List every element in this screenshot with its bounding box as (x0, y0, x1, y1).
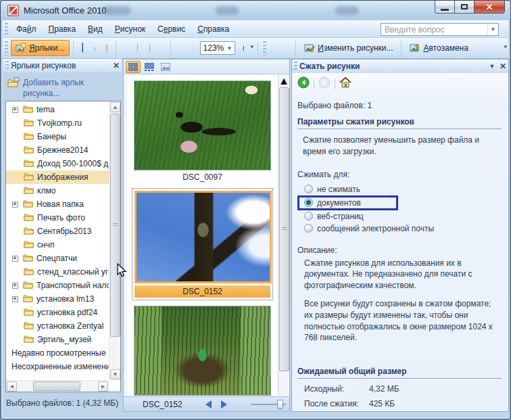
tree-item-label: Печать фото (37, 213, 85, 223)
tree-item[interactable]: стенд_классный уг (6, 265, 109, 279)
tree-item[interactable]: Tvojkomp.ru (6, 116, 109, 130)
rotate-left-button[interactable] (269, 43, 280, 53)
menu-picture[interactable]: Рисунок (109, 22, 151, 37)
tree-item[interactable]: Сентябрь2013 (6, 225, 109, 238)
gallery-vertical-scrollbar[interactable]: ▲ ▼ (278, 75, 289, 396)
tree-item[interactable]: Доход 500-1000$ д (6, 157, 109, 170)
thumbnail-dsc_0097[interactable]: DSC_0097 (132, 80, 273, 183)
chevron-down-icon[interactable]: ▼ (487, 24, 498, 35)
tree-item[interactable]: Эртиль_музей (6, 333, 109, 346)
radio-option-row[interactable]: сообщений электронной почты (297, 223, 502, 235)
tree-item[interactable]: Новая папка (6, 197, 109, 211)
menu-service[interactable]: Сервис (151, 22, 191, 37)
close-icon[interactable]: ✕ (497, 62, 508, 71)
print-button[interactable] (89, 43, 100, 53)
thumbnail-dsc_0160[interactable]: DSC_0160 (132, 306, 273, 396)
chevron-down-icon[interactable]: ▼ (487, 63, 497, 70)
scrollbar-thumb[interactable] (33, 381, 80, 391)
single-view-button[interactable] (158, 61, 173, 73)
cut-button[interactable] (120, 43, 130, 53)
expand-icon[interactable] (12, 296, 18, 302)
app-icon (7, 5, 19, 16)
zoom-slider[interactable] (251, 400, 286, 409)
scroll-up-icon[interactable]: ▲ (278, 75, 289, 87)
pane-selection-status: Выбрано файлов: 1 (297, 101, 502, 110)
scroll-right-icon[interactable]: ► (98, 381, 108, 392)
scroll-up-icon[interactable]: ▲ (110, 102, 120, 112)
tree-item[interactable]: Недавно просмотренные (6, 346, 109, 360)
radio-icon[interactable] (304, 185, 313, 193)
tree-item[interactable]: Печать фото (6, 211, 109, 225)
radio-option-row[interactable]: документов (297, 195, 398, 210)
help-button[interactable]: ? (238, 43, 249, 53)
tree-item[interactable]: клмо (6, 184, 109, 197)
tree-item[interactable]: Банеры (6, 130, 109, 143)
menu-file[interactable]: Файл (10, 22, 43, 37)
expand-icon[interactable] (12, 107, 18, 113)
expand-icon[interactable] (12, 283, 18, 289)
close-button[interactable]: ✕ (474, 1, 505, 14)
radio-option-row[interactable]: веб-страниц (297, 210, 502, 223)
tree-item[interactable]: tema (6, 103, 109, 116)
close-icon[interactable]: ✕ (111, 61, 122, 70)
mouse-cursor (117, 263, 129, 281)
redo-button[interactable] (187, 43, 197, 53)
radio-icon[interactable] (304, 224, 313, 233)
send-mail-button[interactable] (101, 43, 112, 53)
thumbnail-view-button[interactable] (126, 61, 141, 73)
tree-item[interactable]: Брежнев2014 (6, 143, 109, 157)
menu-edit[interactable]: Правка (43, 22, 82, 37)
autocorrect-button[interactable]: Автозамена (405, 40, 472, 56)
expand-icon[interactable] (12, 256, 18, 262)
slider-thumb[interactable] (277, 400, 283, 409)
tree-item[interactable]: установка Zentyal (6, 319, 109, 333)
scroll-left-icon[interactable]: ◄ (7, 381, 17, 392)
shortcuts-button[interactable]: Ярлыки... (11, 40, 70, 56)
tree-item[interactable]: Транспортный нало (6, 279, 109, 292)
add-shortcut-link[interactable]: Добавить ярлыкрисунка... (3, 72, 122, 102)
tree-item-label: установка lm13 (36, 294, 94, 304)
compress-pictures-pane: Сжать рисунки ▼ ✕ Выбрано файлов: 1 Пара… (291, 59, 509, 412)
rotate-right-button[interactable] (281, 43, 292, 53)
radio-option-row[interactable]: не сжимать (297, 183, 502, 195)
folder-tree: temaTvojkomp.ruБанерыБрежнев2014Доход 50… (5, 101, 121, 392)
copy-button[interactable] (132, 43, 143, 53)
maximize-button[interactable] (455, 1, 474, 14)
back-button[interactable] (297, 76, 310, 91)
tree-item[interactable]: установка pdf24 (6, 306, 109, 319)
zoom-combo[interactable]: 123% ▼ (200, 41, 235, 55)
tree-vertical-scrollbar[interactable]: ▲ ▼ (109, 101, 120, 380)
next-picture-button[interactable] (221, 400, 227, 409)
toolbar-options-icon[interactable]: ▾ (251, 43, 254, 50)
thumbnail-dsc_0152[interactable]: DSC_0152 (132, 188, 273, 300)
toolbar-options-icon[interactable]: ▾ (504, 43, 507, 50)
chevron-down-icon[interactable]: ▼ (224, 42, 234, 54)
ask-question-combo[interactable]: Введите вопрос ▼ (381, 23, 499, 36)
tree-horizontal-scrollbar[interactable]: ◄ ► (6, 380, 109, 392)
expand-icon[interactable] (12, 202, 18, 208)
compressed-size-value: 425 КБ (369, 399, 395, 409)
scroll-down-icon[interactable]: ▼ (110, 369, 120, 379)
tree-item[interactable]: снчп (6, 238, 109, 252)
tree-item[interactable]: Спецпатчи (6, 252, 109, 265)
tree-item[interactable]: установка lm13 (6, 292, 109, 306)
save-button[interactable] (77, 43, 88, 53)
radio-icon[interactable] (304, 212, 313, 220)
menu-view[interactable]: Вид (82, 22, 109, 37)
menu-help[interactable]: Справка (191, 22, 235, 37)
gallery-panel: DSC_0097DSC_0152DSC_0160 ▲ ▼ DSC_0152 (123, 59, 290, 412)
radio-selected-icon[interactable] (304, 198, 313, 207)
undo-button[interactable] (174, 43, 185, 53)
filmstrip-view-button[interactable] (142, 61, 157, 73)
minimize-button[interactable] (435, 1, 455, 14)
edit-pictures-button[interactable]: Изменить рисунки... (299, 40, 397, 56)
scrollbar-thumb[interactable] (279, 87, 289, 371)
home-button[interactable] (339, 77, 351, 91)
scrollbar-thumb[interactable] (110, 114, 120, 337)
previous-picture-button[interactable] (205, 400, 212, 409)
delete-button[interactable] (156, 43, 167, 53)
forward-button[interactable] (318, 76, 331, 91)
paste-button[interactable] (144, 43, 155, 53)
tree-item[interactable]: Изображения (6, 170, 109, 184)
tree-item[interactable]: Несохраненные изменения (6, 360, 109, 373)
